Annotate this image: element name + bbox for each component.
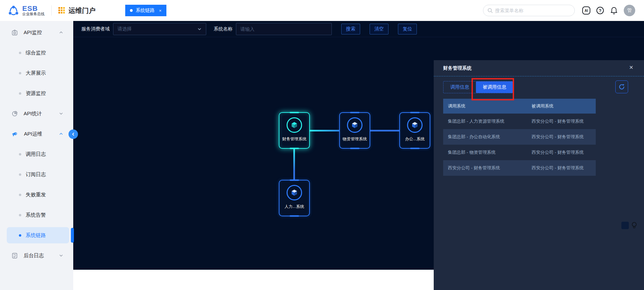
tab-active-dot <box>130 9 133 12</box>
search-input[interactable] <box>495 8 570 13</box>
node-frame-notch <box>290 215 299 217</box>
menu-search[interactable] <box>483 5 575 16</box>
graph-node-office[interactable]: 办公...系统 <box>399 112 430 149</box>
reset-button[interactable]: 复位 <box>398 24 417 34</box>
call-relation-table: 调用系统 被调用系统 集团总部 - 人力资源管理系统 西安分公司 - 财务管理系… <box>443 99 596 176</box>
consumer-domain-label: 服务消费者域 <box>81 26 110 32</box>
node-label: 人力...系统 <box>285 204 304 210</box>
sidebar-item-label: 订阅日志 <box>26 171 46 178</box>
help-button[interactable]: ? <box>596 6 604 15</box>
tab-system-link[interactable]: 系统链路 × <box>125 5 166 16</box>
bullet-icon <box>19 72 21 74</box>
chevron-down-icon[interactable] <box>59 253 63 258</box>
bullet-icon <box>19 194 21 196</box>
node-label: 物资管理系统 <box>343 136 367 142</box>
clear-button[interactable]: 清空 <box>370 24 388 34</box>
panel-title: 财务管理系统 <box>443 65 472 71</box>
panel-divider <box>434 76 644 76</box>
select-placeholder: 请选择 <box>117 26 197 32</box>
chevron-down-icon <box>197 27 202 31</box>
bullet-icon <box>19 234 21 237</box>
sidebar-item-label: 调用日志 <box>26 151 46 158</box>
chevron-left-icon <box>72 132 75 136</box>
node-frame-notch <box>410 148 420 149</box>
sidebar-item-label: 资源监控 <box>26 90 46 97</box>
node-frame-notch <box>290 179 299 181</box>
sidebar-item-api-monitor[interactable]: API监控 <box>7 24 69 41</box>
callee-cell: 西安分公司 - 财务管理系统 <box>532 118 596 124</box>
sidebar-item-subscribe-log[interactable]: 订阅日志 <box>7 166 69 183</box>
sidebar-item-system-link[interactable]: 系统链路 <box>7 227 69 243</box>
sidebar-item-backend-log[interactable]: 后台日志 <box>7 247 69 264</box>
tab-called-info[interactable]: 被调用信息 <box>476 81 513 93</box>
graph-node-material[interactable]: 物资管理系统 <box>339 112 370 149</box>
table-header-row: 调用系统 被调用系统 <box>443 99 596 114</box>
sidebar-item-overview-monitor[interactable]: 综合监控 <box>7 45 69 61</box>
brand-name: ESB <box>22 5 45 12</box>
caller-cell: 集团总部 - 人力资源管理系统 <box>443 118 532 124</box>
node-frame-notch <box>350 148 359 149</box>
tab-label: 系统链路 <box>136 7 155 14</box>
sidebar-collapse-button[interactable] <box>69 129 78 139</box>
search-button[interactable]: 搜索 <box>341 24 360 34</box>
table-row[interactable]: 集团总部 - 物资管理系统 西安分公司 - 财务管理系统 <box>443 145 596 160</box>
sidebar-item-label: API监控 <box>24 29 42 36</box>
sidebar-item-label: 大屏展示 <box>26 70 46 76</box>
cube-icon <box>287 185 302 200</box>
esb-logo: ESB 企业服务总线 <box>7 4 45 17</box>
lightbulb-icon[interactable] <box>631 222 637 229</box>
esb-network-icon <box>7 4 20 17</box>
bullet-icon <box>19 92 21 95</box>
active-item-indicator <box>71 228 74 243</box>
sidebar-item-retry[interactable]: 失败重发 <box>7 187 69 203</box>
sidebar-nav: API监控 综合监控 大屏展示 资源监控 API统计 API运维 调用日志 订阅… <box>0 21 73 290</box>
sidebar-item-label: 系统告警 <box>26 212 46 218</box>
sidebar-item-big-screen[interactable]: 大屏展示 <box>7 65 69 81</box>
table-row[interactable]: 集团总部 - 人力资源管理系统 西安分公司 - 财务管理系统 <box>443 114 596 129</box>
panel-tabs: 调用信息 被调用信息 <box>443 81 513 93</box>
close-icon[interactable]: × <box>629 64 633 71</box>
tab-close-icon[interactable]: × <box>159 8 162 13</box>
table-row[interactable]: 集团总部 - 办公自动化系统 西安分公司 - 财务管理系统 <box>443 129 596 145</box>
bell-icon <box>611 7 617 14</box>
filter-bar: 服务消费者域 请选择 系统名称 搜索 清空 复位 <box>73 21 644 37</box>
header-divider <box>51 5 52 16</box>
top-header: ESB 企业服务总线 运维门户 系统链路 × AI ? <box>0 0 644 21</box>
cube-icon <box>287 117 302 133</box>
grid-icon <box>58 7 65 14</box>
sidebar-item-api-ops[interactable]: API运维 <box>7 126 69 142</box>
column-header-callee: 被调用系统 <box>532 103 596 109</box>
tab-call-info[interactable]: 调用信息 <box>444 81 476 93</box>
sidebar-item-system-alarm[interactable]: 系统告警 <box>7 207 69 223</box>
sidebar-item-call-log[interactable]: 调用日志 <box>7 146 69 162</box>
ai-assistant-button[interactable]: AI <box>582 6 590 15</box>
graph-node-hr[interactable]: 人力...系统 <box>279 180 310 216</box>
log-document-icon <box>11 252 18 259</box>
canvas-tools <box>621 222 637 229</box>
sidebar-item-label: API运维 <box>24 131 42 137</box>
consumer-domain-select[interactable]: 请选择 <box>113 23 206 35</box>
graph-node-finance[interactable]: 财务管理系统 <box>279 112 310 149</box>
node-frame-notch <box>350 112 359 113</box>
chevron-down-icon[interactable] <box>59 112 63 116</box>
sidebar-item-resource-monitor[interactable]: 资源监控 <box>7 85 69 101</box>
chevron-up-icon[interactable] <box>59 132 63 136</box>
system-name-input[interactable] <box>236 23 332 35</box>
caller-cell: 集团总部 - 办公自动化系统 <box>443 134 532 140</box>
table-row[interactable]: 西安分公司 - 财务管理系统 西安分公司 - 财务管理系统 <box>443 160 596 176</box>
bullet-icon <box>19 52 21 54</box>
megaphone-icon <box>11 131 18 137</box>
node-frame-notch <box>290 148 299 149</box>
bullet-icon <box>19 214 21 216</box>
sidebar-item-api-stats[interactable]: API统计 <box>7 105 69 122</box>
monitor-icon <box>11 29 18 36</box>
avatar[interactable]: 管 <box>624 5 635 16</box>
cube-icon <box>407 117 423 133</box>
notification-button[interactable] <box>610 6 618 15</box>
node-frame-notch <box>410 112 420 113</box>
minimap-icon[interactable] <box>621 222 629 229</box>
graph-edge-vertical <box>293 149 295 180</box>
pie-chart-icon <box>11 111 18 117</box>
refresh-button[interactable] <box>615 80 628 93</box>
chevron-up-icon[interactable] <box>59 30 63 34</box>
